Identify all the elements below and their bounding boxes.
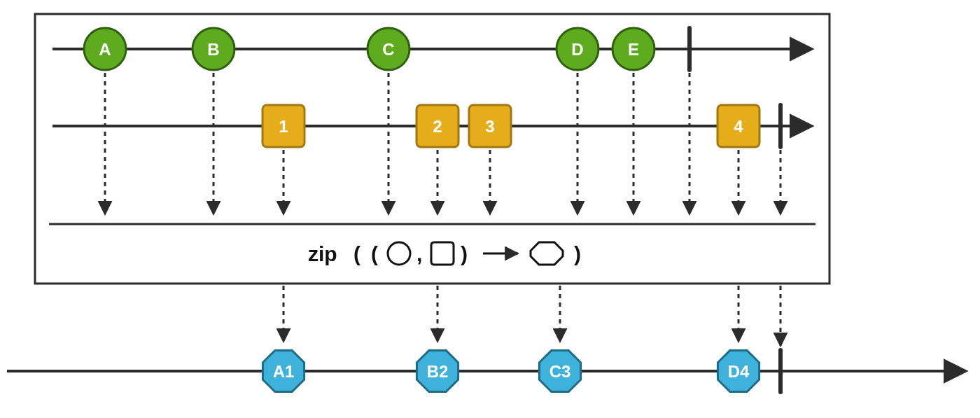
comma: ,: [416, 242, 422, 265]
stream1-marble-label: B: [207, 40, 219, 59]
stream1-marble-label: D: [571, 40, 583, 59]
paren-open-1: (: [354, 242, 360, 265]
stream2-marble-label: 1: [279, 117, 288, 136]
paren-close-1: ): [461, 242, 468, 265]
stream2-marble-label: 3: [485, 117, 494, 136]
stream1-marble-label: E: [628, 40, 639, 59]
output-marble-label: B2: [427, 362, 449, 381]
stream1-marble-label: A: [99, 40, 111, 59]
output-marble-label: C3: [550, 362, 571, 381]
operator-name-text: zip: [308, 242, 337, 265]
paren-close-2: ): [574, 242, 581, 265]
square-glyph-icon: [431, 242, 454, 265]
output-marble-label: D4: [728, 362, 750, 381]
circle-glyph-icon: [388, 242, 410, 265]
dashed-arrows-out-of-operator: [284, 286, 780, 346]
octagon-glyph-icon: [531, 242, 563, 265]
zip-marble-diagram: ABCDE 1234 A1B2C3D4 zip ( ( , ) ): [0, 0, 980, 418]
operator-label: zip ( ( , ) ): [308, 242, 581, 265]
stream2-marble-label: 2: [433, 117, 442, 136]
stream2-marble-label: 4: [734, 117, 743, 136]
stream1-marble-label: C: [382, 40, 394, 59]
paren-open-2: (: [371, 242, 378, 265]
completion-markers: [690, 28, 780, 392]
output-marble-label: A1: [273, 362, 295, 381]
